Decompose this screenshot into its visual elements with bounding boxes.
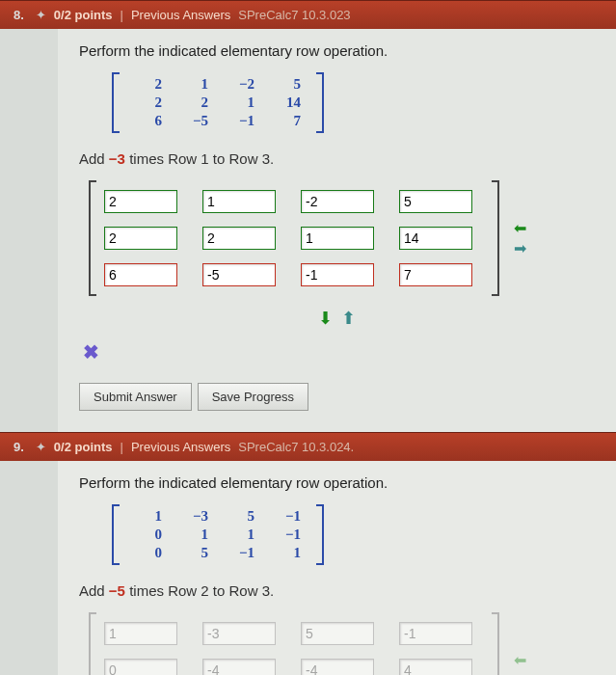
points-label: 0/2 points — [54, 8, 113, 22]
prompt-text: Perform the indicated elementary row ope… — [79, 474, 595, 491]
bracket-left-icon — [89, 612, 96, 675]
answer-cell[interactable] — [301, 227, 374, 250]
bracket-right-icon — [492, 180, 499, 296]
prompt-text: Perform the indicated elementary row ope… — [79, 42, 595, 59]
answer-cell[interactable] — [104, 227, 177, 250]
points-label: 0/2 points — [54, 440, 113, 454]
matrix-cell: 5 — [218, 508, 264, 525]
answer-cell[interactable] — [301, 190, 374, 213]
bracket-right-icon — [316, 72, 324, 133]
answer-cell[interactable] — [202, 263, 276, 286]
answer-cell[interactable] — [202, 659, 276, 675]
button-row: Submit Answer Save Progress — [79, 383, 595, 411]
answer-cell[interactable] — [399, 190, 472, 213]
bracket-right-icon — [492, 612, 499, 675]
question-number: 8. — [13, 8, 24, 22]
matrix-cell: 1 — [264, 545, 310, 561]
matrix-cell: 5 — [264, 76, 310, 93]
column-arrows[interactable]: ⬅ ➡ — [514, 651, 526, 675]
answer-cell[interactable] — [399, 659, 472, 675]
given-matrix: 1 −3 5 −1 0 1 1 −1 0 5 −1 1 — [112, 504, 324, 565]
gear-icon[interactable]: ✦ — [36, 440, 46, 454]
arrow-right-icon[interactable]: ➡ — [514, 671, 526, 675]
answer-cell[interactable] — [202, 190, 276, 213]
question-reference: SPreCalc7 10.3.023 — [238, 8, 350, 22]
given-matrix: 2 1 −2 5 2 2 1 14 6 −5 −1 7 — [112, 72, 324, 133]
save-progress-button[interactable]: Save Progress — [198, 383, 308, 411]
incorrect-mark-icon: ✖ — [83, 340, 595, 364]
answer-cell[interactable] — [301, 263, 374, 286]
matrix-cell: −1 — [264, 508, 310, 525]
answer-cell[interactable] — [104, 190, 177, 213]
question-body-9: Perform the indicated elementary row ope… — [58, 461, 616, 675]
gear-icon[interactable]: ✦ — [36, 8, 46, 22]
instr-text: times Row 2 to Row 3. — [125, 582, 274, 599]
matrix-cell: 7 — [264, 113, 310, 129]
instr-text: Add — [79, 150, 109, 167]
previous-answers-link[interactable]: Previous Answers — [131, 8, 230, 22]
bracket-left-icon — [112, 72, 120, 133]
answer-cell[interactable] — [104, 659, 177, 675]
question-reference: SPreCalc7 10.3.024. — [238, 440, 354, 454]
answer-cell[interactable] — [104, 622, 177, 645]
matrix-cell: −3 — [172, 508, 218, 525]
matrix-cell: 1 — [172, 526, 218, 543]
submit-answer-button[interactable]: Submit Answer — [79, 383, 192, 411]
question-body-8: Perform the indicated elementary row ope… — [58, 29, 616, 432]
answer-matrix: ⬅ ➡ — [89, 180, 499, 296]
arrow-right-icon[interactable]: ➡ — [514, 239, 526, 257]
instr-scalar: −5 — [109, 582, 125, 599]
matrix-cell: 0 — [125, 545, 172, 561]
matrix-cell: 2 — [125, 76, 172, 93]
matrix-cell: −1 — [264, 526, 310, 543]
operation-instruction: Add −5 times Row 2 to Row 3. — [79, 582, 595, 599]
arrow-left-icon[interactable]: ⬅ — [514, 651, 526, 669]
row-arrows[interactable]: ⬇ ⬆ — [79, 308, 595, 329]
answer-cell[interactable] — [399, 622, 472, 645]
matrix-cell: 0 — [125, 526, 172, 543]
arrow-up-icon[interactable]: ⬆ — [341, 309, 356, 328]
answer-cell[interactable] — [301, 659, 374, 675]
matrix-cell: 2 — [172, 94, 218, 111]
matrix-cell: 6 — [125, 113, 172, 129]
answer-cell[interactable] — [202, 622, 276, 645]
matrix-cell: 1 — [218, 94, 264, 111]
bracket-right-icon — [316, 504, 324, 565]
question-number: 9. — [13, 440, 24, 454]
arrow-left-icon[interactable]: ⬅ — [514, 219, 526, 237]
matrix-cell: −2 — [218, 76, 264, 93]
matrix-cell: 1 — [218, 526, 264, 543]
answer-cell[interactable] — [104, 263, 177, 286]
answer-cell[interactable] — [301, 622, 374, 645]
answer-cell[interactable] — [399, 227, 472, 250]
matrix-cell: 5 — [172, 545, 218, 561]
matrix-cell: −1 — [218, 113, 264, 129]
answer-matrix: ⬅ ➡ — [89, 612, 499, 675]
matrix-cell: −5 — [172, 113, 218, 129]
matrix-cell: −1 — [218, 545, 264, 561]
matrix-cell: 2 — [125, 94, 172, 111]
answer-cell[interactable] — [202, 227, 276, 250]
separator: | — [121, 8, 123, 22]
question-header-9: 9. ✦ 0/2 points | Previous Answers SPreC… — [0, 432, 616, 461]
matrix-cell: 1 — [172, 76, 218, 93]
bracket-left-icon — [89, 180, 96, 296]
column-arrows[interactable]: ⬅ ➡ — [514, 219, 526, 257]
instr-text: times Row 1 to Row 3. — [125, 150, 274, 167]
matrix-cell: 14 — [264, 94, 310, 111]
bracket-left-icon — [112, 504, 120, 565]
operation-instruction: Add −3 times Row 1 to Row 3. — [79, 150, 595, 167]
arrow-down-icon[interactable]: ⬇ — [318, 309, 333, 328]
question-header-8: 8. ✦ 0/2 points | Previous Answers SPreC… — [0, 0, 616, 29]
instr-text: Add — [79, 582, 109, 599]
instr-scalar: −3 — [109, 150, 125, 167]
separator: | — [121, 440, 123, 454]
matrix-cell: 1 — [125, 508, 172, 525]
answer-cell[interactable] — [399, 263, 472, 286]
previous-answers-link[interactable]: Previous Answers — [131, 440, 230, 454]
